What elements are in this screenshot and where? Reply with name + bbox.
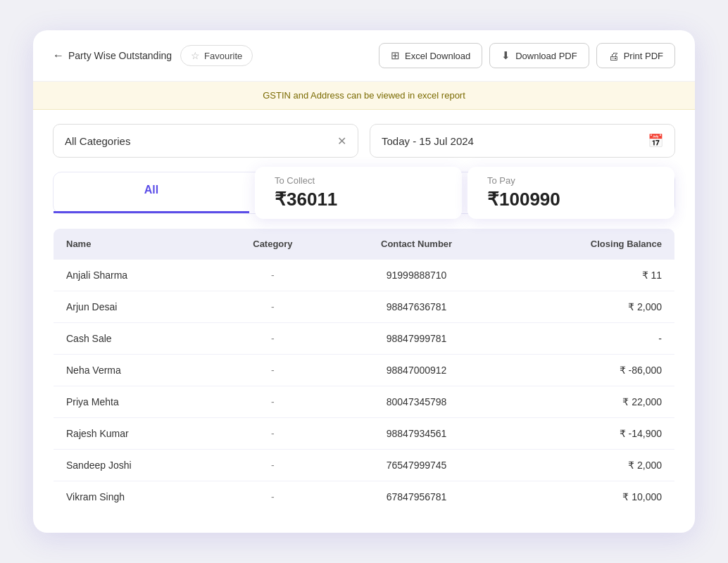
col-category: Category (215, 229, 330, 260)
cell-category: - (215, 291, 330, 323)
category-filter[interactable]: All Categories ✕ (53, 124, 358, 158)
table-row[interactable]: Rajesh Kumar - 98847934561 ₹ -14,900 (54, 418, 675, 450)
filters-section: All Categories ✕ Today - 15 Jul 2024 📅 (33, 110, 695, 172)
cell-name: Priya Mehta (54, 386, 215, 418)
print-icon: 🖨 (608, 50, 619, 62)
to-collect-card[interactable]: To Collect ₹36011 (255, 167, 462, 219)
star-icon: ☆ (191, 50, 200, 61)
to-collect-label: To Collect (275, 175, 442, 186)
cell-category: - (215, 355, 330, 386)
cell-name: Vikram Singh (54, 481, 215, 513)
favourite-label: Favourite (204, 51, 242, 61)
cell-category: - (215, 323, 330, 355)
cell-balance: - (503, 323, 675, 355)
notice-text: GSTIN and Address can be viewed in excel… (263, 90, 465, 101)
cell-category: - (215, 418, 330, 450)
cell-category: - (215, 260, 330, 291)
favourite-button[interactable]: ☆ Favourite (180, 45, 253, 66)
cell-balance: ₹ -14,900 (503, 418, 675, 450)
cell-contact: 91999888710 (331, 260, 503, 291)
cell-balance: ₹ 2,000 (503, 291, 675, 323)
cell-name: Arjun Desai (54, 291, 215, 323)
table-row[interactable]: Sandeep Joshi - 76547999745 ₹ 2,000 (54, 450, 675, 481)
page-title: Party Wise Outstanding (68, 50, 172, 61)
cell-contact: 67847956781 (331, 481, 503, 513)
print-pdf-label: Print PDF (624, 51, 663, 61)
cell-contact: 98847934561 (331, 418, 503, 450)
to-collect-amount: ₹36011 (275, 189, 442, 210)
cell-contact: 80047345798 (331, 386, 503, 418)
download-icon: ⬇ (501, 49, 510, 62)
tab-all-label: All (144, 184, 158, 196)
cell-name: Neha Verma (54, 355, 215, 386)
tab-all[interactable]: All (54, 172, 249, 213)
cell-contact: 98847999781 (331, 323, 503, 355)
cell-name: Cash Sale (54, 323, 215, 355)
excel-icon: ⊞ (391, 49, 400, 62)
notice-bar: GSTIN and Address can be viewed in excel… (33, 82, 695, 110)
date-filter[interactable]: Today - 15 Jul 2024 📅 (370, 124, 675, 158)
cell-balance: ₹ 22,000 (503, 386, 675, 418)
cell-balance: ₹ 10,000 (503, 481, 675, 513)
table-section: Name Category Contact Number Closing Bal… (33, 214, 695, 533)
data-table: Name Category Contact Number Closing Bal… (53, 228, 675, 513)
cell-category: - (215, 386, 330, 418)
tabs-section: All To Collect ₹36011 To Pay ₹100990 (33, 172, 695, 214)
back-arrow-icon: ← (53, 49, 64, 62)
cell-name: Rajesh Kumar (54, 418, 215, 450)
main-card: ← Party Wise Outstanding ☆ Favourite ⊞ E… (33, 30, 695, 533)
table-row[interactable]: Arjun Desai - 98847636781 ₹ 2,000 (54, 291, 675, 323)
back-button[interactable]: ← Party Wise Outstanding (53, 49, 172, 62)
col-name: Name (54, 229, 215, 260)
table-row[interactable]: Vikram Singh - 67847956781 ₹ 10,000 (54, 481, 675, 513)
category-label: All Categories (65, 135, 130, 147)
excel-download-label: Excel Download (405, 51, 470, 61)
to-pay-amount: ₹100990 (487, 189, 655, 210)
cell-category: - (215, 481, 330, 513)
clear-category-icon[interactable]: ✕ (337, 134, 346, 148)
action-buttons: ⊞ Excel Download ⬇ Download PDF 🖨 Print … (379, 43, 675, 68)
table-row[interactable]: Cash Sale - 98847999781 - (54, 323, 675, 355)
cell-category: - (215, 450, 330, 481)
cell-balance: ₹ 2,000 (503, 450, 675, 481)
cell-contact: 76547999745 (331, 450, 503, 481)
col-contact: Contact Number (331, 229, 503, 260)
table-row[interactable]: Anjali Sharma - 91999888710 ₹ 11 (54, 260, 675, 291)
table-row[interactable]: Priya Mehta - 80047345798 ₹ 22,000 (54, 386, 675, 418)
to-pay-label: To Pay (487, 175, 655, 186)
cell-name: Sandeep Joshi (54, 450, 215, 481)
cell-name: Anjali Sharma (54, 260, 215, 291)
cell-balance: ₹ 11 (503, 260, 675, 291)
download-pdf-label: Download PDF (515, 51, 577, 61)
header: ← Party Wise Outstanding ☆ Favourite ⊞ E… (33, 30, 695, 82)
cell-balance: ₹ -86,000 (503, 355, 675, 386)
table-header-row: Name Category Contact Number Closing Bal… (54, 229, 675, 260)
cell-contact: 98847000912 (331, 355, 503, 386)
table-row[interactable]: Neha Verma - 98847000912 ₹ -86,000 (54, 355, 675, 386)
excel-download-button[interactable]: ⊞ Excel Download (379, 43, 482, 68)
print-pdf-button[interactable]: 🖨 Print PDF (596, 43, 675, 68)
col-balance: Closing Balance (503, 229, 675, 260)
cell-contact: 98847636781 (331, 291, 503, 323)
calendar-icon: 📅 (648, 133, 663, 148)
tabs-container: All To Collect ₹36011 To Pay ₹100990 (53, 172, 675, 214)
date-label: Today - 15 Jul 2024 (382, 135, 474, 147)
download-pdf-button[interactable]: ⬇ Download PDF (489, 43, 589, 68)
to-pay-card[interactable]: To Pay ₹100990 (467, 167, 674, 219)
